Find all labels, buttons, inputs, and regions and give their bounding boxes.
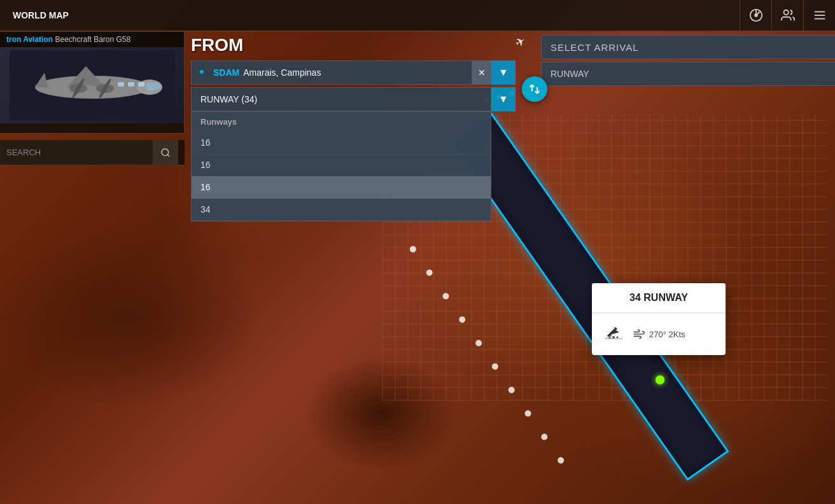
- search-input[interactable]: [0, 140, 153, 165]
- aircraft-image: [0, 47, 184, 123]
- from-label: FROM: [191, 35, 516, 55]
- green-position-dot: [656, 375, 664, 384]
- search-bar: [0, 140, 185, 165]
- topbar: WORLD MAP: [0, 0, 835, 32]
- runway-dropdown: Runways 16 16 16 34: [191, 111, 491, 221]
- dropdown-item-34[interactable]: 34: [192, 199, 491, 221]
- landing-icon: [602, 321, 625, 347]
- dropdown-group-label: Runways: [192, 112, 491, 132]
- aircraft-brand: tron Aviation: [6, 35, 53, 44]
- topbar-icons: [740, 0, 835, 31]
- airport-dropdown-button[interactable]: ▼: [491, 60, 516, 85]
- landing-plane-svg: [602, 321, 625, 344]
- dropdown-item-16b[interactable]: 16: [192, 154, 491, 176]
- svg-rect-16: [128, 82, 134, 87]
- runway-select-row: RUNWAY (34) ▼: [191, 87, 516, 111]
- dropdown-item-16a[interactable]: 16: [192, 132, 491, 154]
- clear-airport-button[interactable]: ✕: [472, 60, 491, 85]
- arrival-runway-label: RUNWAY: [551, 69, 589, 79]
- wind-info: 270° 2Kts: [633, 328, 685, 340]
- wind-icon: [633, 328, 645, 340]
- aircraft-panel: tron Aviation Beechcraft Baron G58: [0, 32, 185, 134]
- svg-point-2: [783, 10, 788, 15]
- select-arrival-box[interactable]: SELECT ARRIVAL: [541, 35, 835, 59]
- aircraft-svg: [10, 50, 175, 120]
- app-title: WORLD MAP: [0, 10, 81, 20]
- airport-select-row: ✦ SDAM Amarais, Campinas ✕ ▼: [191, 60, 516, 85]
- popup-info: 270° 2Kts: [592, 313, 726, 355]
- aircraft-model: Beechcraft Baron G58: [55, 35, 130, 44]
- svg-line-19: [167, 155, 169, 157]
- more-icon-button[interactable]: [803, 0, 835, 31]
- wind-data: 270° 2Kts: [649, 330, 685, 339]
- users-icon-button[interactable]: [771, 0, 803, 31]
- runway-dropdown-button[interactable]: ▼: [491, 87, 516, 111]
- from-panel: FROM ✦ SDAM Amarais, Campinas ✕ ▼ RUNWAY…: [191, 35, 516, 221]
- airport-select-box[interactable]: ✦ SDAM Amarais, Campinas: [191, 60, 472, 85]
- svg-rect-15: [118, 82, 124, 87]
- svg-point-21: [609, 337, 611, 339]
- popup-title: 34 RUNWAY: [592, 283, 726, 313]
- dropdown-item-16c[interactable]: 16: [192, 176, 491, 199]
- svg-point-18: [162, 149, 169, 156]
- airport-name: Amarais, Campinas: [243, 67, 321, 78]
- runway-select-box[interactable]: RUNWAY (34): [191, 87, 491, 111]
- airport-code: SDAM: [213, 67, 239, 78]
- swap-airports-button[interactable]: [522, 76, 547, 102]
- aircraft-label: tron Aviation Beechcraft Baron G58: [0, 32, 184, 47]
- arrival-panel: SELECT ARRIVAL RUNWAY: [541, 35, 835, 86]
- runway-popup: 34 RUNWAY 270° 2Kts: [592, 283, 726, 355]
- waypoint-icon: ✦: [198, 67, 209, 78]
- svg-point-20: [612, 336, 615, 339]
- radar-icon-button[interactable]: [740, 0, 771, 31]
- search-button[interactable]: [153, 140, 178, 165]
- svg-point-22: [617, 337, 619, 339]
- runway-selected-label: RUNWAY (34): [200, 94, 257, 104]
- select-arrival-label: SELECT ARRIVAL: [551, 42, 639, 53]
- svg-point-1: [755, 14, 757, 17]
- svg-rect-17: [138, 82, 144, 87]
- arrival-runway-box[interactable]: RUNWAY: [541, 62, 835, 86]
